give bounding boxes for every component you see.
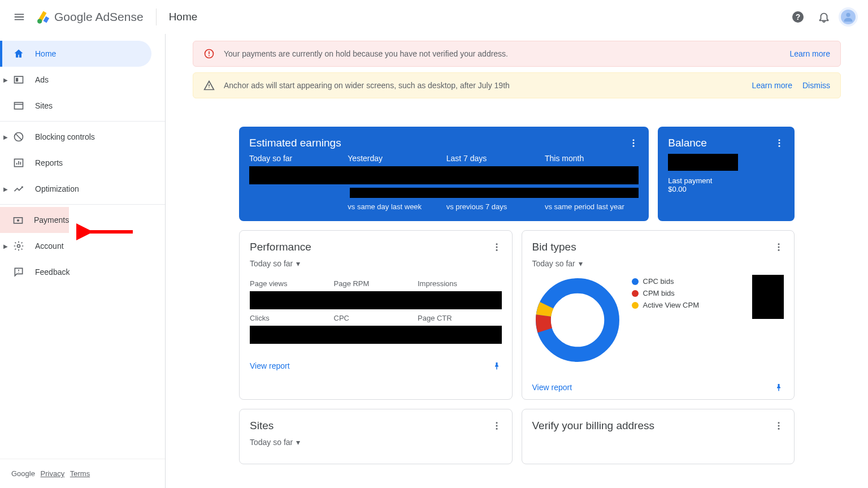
card-menu-button[interactable] xyxy=(774,242,784,252)
earnings-sublabel: vs same period last year xyxy=(545,202,639,211)
adsense-logo-icon xyxy=(35,9,51,25)
metric-label: Page views xyxy=(250,279,334,288)
range-dropdown[interactable]: Today so far ▾ xyxy=(532,258,583,275)
kebab-icon xyxy=(774,138,784,148)
svg-point-30 xyxy=(496,425,497,427)
menu-button[interactable] xyxy=(6,3,33,31)
content-area: Your payments are currently on hold beca… xyxy=(166,34,868,488)
performance-card: Performance Today so far ▾ Page views Pa… xyxy=(239,230,513,400)
alert-message: Your payments are currently on hold beca… xyxy=(224,49,779,58)
sidebar-item-label: Sites xyxy=(35,101,53,110)
svg-point-33 xyxy=(778,425,780,427)
alert-error: Your payments are currently on hold beca… xyxy=(193,41,841,67)
hamburger-icon xyxy=(13,11,25,23)
metric-label: Impressions xyxy=(418,279,502,288)
optimization-icon xyxy=(12,183,25,195)
svg-point-24 xyxy=(778,247,780,248)
sidebar-item-label: Ads xyxy=(35,75,49,84)
svg-point-26 xyxy=(543,286,611,354)
sidebar: Home ▶ Ads Sites ▶ Blocking controls Rep… xyxy=(0,34,166,488)
range-dropdown[interactable]: Today so far ▾ xyxy=(250,258,300,275)
last-payment-amount: $0.00 xyxy=(668,185,784,193)
alert-warning: Anchor ads will start appearing on wider… xyxy=(193,72,841,98)
feedback-icon xyxy=(12,266,25,278)
sidebar-item-account[interactable]: ▶ Account xyxy=(0,233,151,259)
reports-icon xyxy=(12,157,25,169)
pin-icon xyxy=(774,382,784,392)
kebab-icon xyxy=(492,242,502,252)
card-menu-button[interactable] xyxy=(628,138,639,148)
sidebar-item-label: Blocking controls xyxy=(35,132,95,141)
help-button[interactable]: ? xyxy=(787,6,809,28)
svg-rect-6 xyxy=(15,102,23,109)
footer-brand: Google xyxy=(11,469,35,478)
earnings-label: Last 7 days xyxy=(446,154,540,163)
svg-point-34 xyxy=(778,428,780,430)
dismiss-link[interactable]: Dismiss xyxy=(802,81,830,90)
redacted-value xyxy=(668,154,737,171)
sidebar-item-label: Home xyxy=(35,49,56,58)
sidebar-item-payments[interactable]: Payments xyxy=(0,207,69,233)
metric-label: Clicks xyxy=(250,314,334,322)
card-title: Performance xyxy=(250,241,492,253)
svg-point-22 xyxy=(496,249,497,251)
sidebar-item-sites[interactable]: Sites xyxy=(0,93,151,119)
sidebar-item-label: Payments xyxy=(34,215,69,224)
bell-icon xyxy=(818,11,830,23)
account-avatar[interactable] xyxy=(839,7,858,27)
legend-label: CPC bids xyxy=(643,277,674,286)
notifications-button[interactable] xyxy=(813,6,835,28)
chart-legend: CPC bids CPM bids Active View CPM xyxy=(632,277,699,313)
product-logo[interactable]: Google AdSense xyxy=(35,9,144,25)
sidebar-item-blocking[interactable]: ▶ Blocking controls xyxy=(0,124,151,150)
kebab-icon xyxy=(774,421,784,431)
svg-point-18 xyxy=(779,142,780,144)
pin-button[interactable] xyxy=(774,382,784,392)
range-dropdown[interactable]: Today so far ▾ xyxy=(250,437,300,454)
learn-more-link[interactable]: Learn more xyxy=(789,49,830,58)
card-menu-button[interactable] xyxy=(492,421,502,431)
redacted-value xyxy=(249,166,639,184)
metric-label: Page RPM xyxy=(334,279,418,288)
svg-point-23 xyxy=(778,243,780,245)
svg-point-15 xyxy=(633,142,635,144)
last-payment-label: Last payment xyxy=(668,176,784,185)
card-menu-button[interactable] xyxy=(492,242,502,252)
chevron-right-icon: ▶ xyxy=(3,186,8,192)
card-menu-button[interactable] xyxy=(774,421,784,431)
chevron-down-icon: ▾ xyxy=(296,259,300,268)
sidebar-item-feedback[interactable]: Feedback xyxy=(0,259,151,285)
learn-more-link[interactable]: Learn more xyxy=(752,81,792,90)
sidebar-item-reports[interactable]: Reports xyxy=(0,150,151,176)
svg-point-25 xyxy=(778,249,780,251)
metric-label: Page CTR xyxy=(418,314,502,322)
sites-card: Sites Today so far ▾ xyxy=(239,409,513,464)
card-menu-button[interactable] xyxy=(774,138,784,148)
view-report-link[interactable]: View report xyxy=(532,383,572,392)
sidebar-item-ads[interactable]: ▶ Ads xyxy=(0,67,151,93)
redacted-value xyxy=(350,188,639,198)
redacted-value xyxy=(250,291,502,309)
view-report-link[interactable]: View report xyxy=(250,361,290,370)
pin-button[interactable] xyxy=(492,361,502,371)
legend-dot xyxy=(632,290,639,297)
warning-icon xyxy=(203,80,215,91)
page-title: Home xyxy=(169,11,198,23)
terms-link[interactable]: Terms xyxy=(70,469,90,478)
redacted-value xyxy=(752,275,784,319)
svg-point-21 xyxy=(496,247,497,248)
chevron-right-icon: ▶ xyxy=(3,243,8,249)
sidebar-item-label: Optimization xyxy=(35,184,79,193)
payments-icon xyxy=(12,214,24,226)
privacy-link[interactable]: Privacy xyxy=(41,469,65,478)
svg-text:?: ? xyxy=(796,12,801,21)
legend-dot xyxy=(632,302,639,309)
sites-icon xyxy=(12,100,25,112)
sidebar-item-home[interactable]: Home xyxy=(0,41,151,67)
svg-point-3 xyxy=(846,12,850,16)
card-title: Balance xyxy=(668,137,774,149)
ads-icon xyxy=(12,74,25,86)
sidebar-item-optimization[interactable]: ▶ Optimization xyxy=(0,176,151,202)
help-icon: ? xyxy=(791,10,805,24)
sidebar-item-label: Feedback xyxy=(35,267,70,277)
